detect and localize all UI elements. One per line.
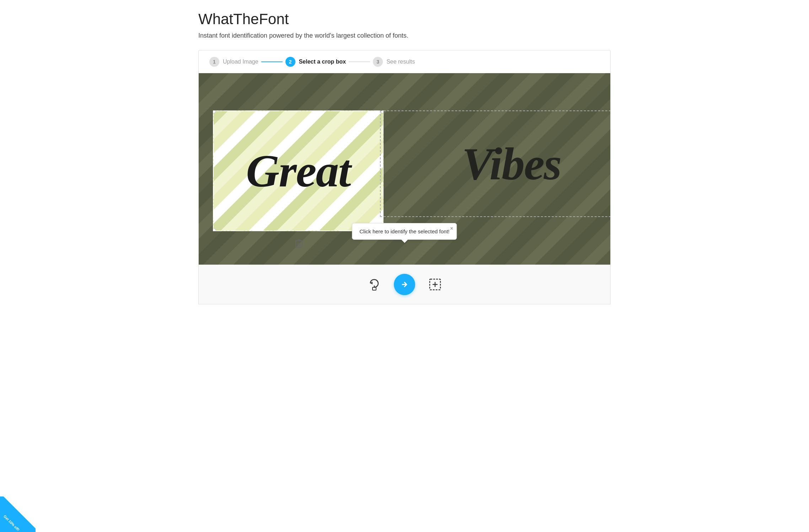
handle-bottom-left[interactable] bbox=[213, 228, 216, 231]
tooltip-close-button[interactable]: × bbox=[450, 226, 453, 231]
page-title: WhatTheFont bbox=[198, 11, 611, 28]
crop-box-inactive[interactable] bbox=[380, 110, 611, 217]
step-3-label: See results bbox=[386, 59, 415, 65]
step-1: 1 Upload Image bbox=[209, 57, 258, 67]
handle-top-left[interactable] bbox=[213, 110, 216, 114]
trash-icon bbox=[295, 238, 303, 248]
bottom-toolbar bbox=[198, 265, 611, 304]
step-connector-2-3 bbox=[349, 61, 370, 62]
step-connector-1-2 bbox=[261, 61, 283, 62]
step-2-label: Select a crop box bbox=[299, 59, 346, 65]
step-1-label: Upload Image bbox=[223, 59, 258, 65]
delete-crop-button[interactable] bbox=[295, 238, 303, 250]
image-area[interactable]: Great Vibes Click here to identify the s… bbox=[198, 73, 611, 265]
step-2: 2 Select a crop box bbox=[285, 57, 346, 67]
rotate-button[interactable] bbox=[365, 275, 383, 294]
crop-box-active[interactable] bbox=[213, 110, 384, 231]
add-selection-icon bbox=[428, 278, 442, 291]
arrow-right-icon bbox=[400, 279, 409, 289]
add-selection-button[interactable] bbox=[426, 275, 444, 294]
step-3-number: 3 bbox=[373, 57, 383, 67]
tooltip-text: Click here to identify the selected font… bbox=[359, 228, 449, 234]
next-button[interactable] bbox=[394, 274, 415, 295]
step-3: 3 See results bbox=[373, 57, 415, 67]
page-subtitle: Instant font identification powered by t… bbox=[198, 32, 611, 39]
step-1-number: 1 bbox=[209, 57, 219, 67]
rotate-icon bbox=[368, 278, 380, 291]
step-2-number: 2 bbox=[285, 57, 295, 67]
identify-tooltip[interactable]: Click here to identify the selected font… bbox=[352, 223, 457, 240]
steps-bar: 1 Upload Image 2 Select a crop box 3 See… bbox=[198, 50, 611, 73]
